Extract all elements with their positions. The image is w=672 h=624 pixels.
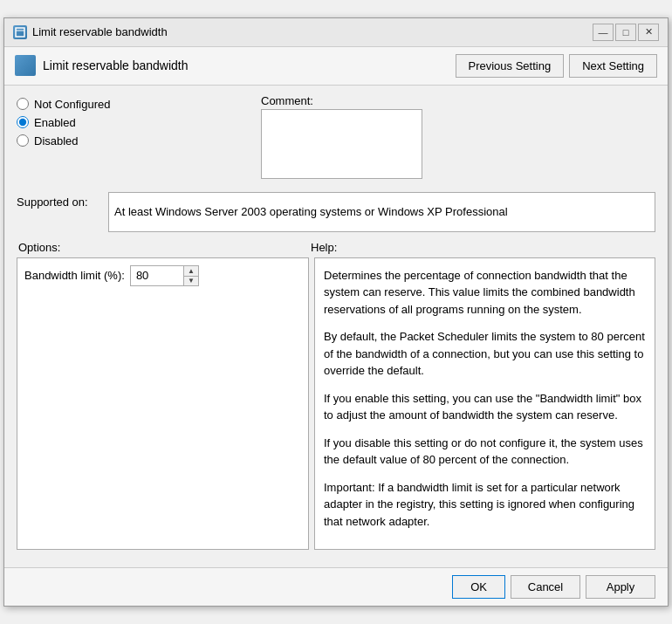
help-paragraph-5: Important: If a bandwidth limit is set f… <box>324 479 646 531</box>
next-setting-button[interactable]: Next Setting <box>569 54 657 78</box>
header-buttons: Previous Setting Next Setting <box>456 54 658 78</box>
header-title: Limit reservable bandwidth <box>43 58 189 72</box>
window-icon <box>13 25 27 39</box>
bandwidth-spinner: ▲ ▼ <box>130 265 199 286</box>
bandwidth-input[interactable] <box>131 266 183 285</box>
content-area: Not Configured Enabled Disabled Comment:… <box>4 86 668 568</box>
ok-button[interactable]: OK <box>452 575 505 599</box>
radio-section: Not Configured Enabled Disabled <box>17 94 139 182</box>
radio-disabled-label: Disabled <box>34 134 79 147</box>
help-paragraph-4: If you disable this setting or do not co… <box>324 435 646 469</box>
spinner-buttons: ▲ ▼ <box>183 266 198 285</box>
help-paragraph-3: If you enable this setting, you can use … <box>324 390 646 424</box>
comment-textarea[interactable] <box>261 109 422 179</box>
minimize-button[interactable]: — <box>593 24 614 41</box>
apply-button[interactable]: Apply <box>586 575 655 599</box>
close-button[interactable]: ✕ <box>638 24 659 41</box>
radio-not-configured-input[interactable] <box>17 98 29 110</box>
svg-rect-0 <box>16 28 24 37</box>
header-bar: Limit reservable bandwidth Previous Sett… <box>4 47 668 86</box>
spinner-up-button[interactable]: ▲ <box>184 266 198 276</box>
window-title: Limit reservable bandwidth <box>32 25 168 38</box>
supported-value: At least Windows Server 2003 operating s… <box>114 205 508 218</box>
maximize-button[interactable]: □ <box>615 24 636 41</box>
help-box: Determines the percentage of connection … <box>314 257 655 551</box>
title-bar-controls: — □ ✕ <box>593 24 659 41</box>
lower-section: Bandwidth limit (%): ▲ ▼ Determines the … <box>17 257 655 551</box>
supported-label: Supported on: <box>17 192 99 209</box>
supported-value-box: At least Windows Server 2003 operating s… <box>108 192 655 232</box>
previous-setting-button[interactable]: Previous Setting <box>456 54 565 78</box>
radio-enabled[interactable]: Enabled <box>17 116 139 129</box>
help-paragraph-1: Determines the percentage of connection … <box>324 267 646 319</box>
bandwidth-row: Bandwidth limit (%): ▲ ▼ <box>24 265 301 286</box>
top-section: Not Configured Enabled Disabled Comment: <box>17 94 655 182</box>
main-window: Limit reservable bandwidth — □ ✕ Limit r… <box>3 17 669 607</box>
header-left: Limit reservable bandwidth <box>15 55 189 76</box>
options-box: Bandwidth limit (%): ▲ ▼ <box>17 257 309 551</box>
title-bar: Limit reservable bandwidth — □ ✕ <box>4 18 668 47</box>
bandwidth-label: Bandwidth limit (%): <box>24 269 125 282</box>
cancel-button[interactable]: Cancel <box>511 575 580 599</box>
comment-section: Comment: <box>261 94 422 182</box>
radio-disabled[interactable]: Disabled <box>17 134 139 147</box>
help-header: Help: <box>311 241 654 254</box>
section-headers: Options: Help: <box>17 241 655 254</box>
radio-enabled-label: Enabled <box>34 116 76 129</box>
footer: OK Cancel Apply <box>4 567 668 606</box>
supported-section: Supported on: At least Windows Server 20… <box>17 189 655 232</box>
help-paragraph-2: By default, the Packet Scheduler limits … <box>324 328 646 380</box>
radio-not-configured[interactable]: Not Configured <box>17 98 139 111</box>
header-icon <box>15 55 36 76</box>
spinner-down-button[interactable]: ▼ <box>184 276 198 285</box>
title-bar-left: Limit reservable bandwidth <box>13 25 168 39</box>
comment-label: Comment: <box>261 94 422 107</box>
radio-not-configured-label: Not Configured <box>34 98 110 111</box>
options-header: Options: <box>18 241 311 254</box>
radio-disabled-input[interactable] <box>17 134 29 147</box>
radio-enabled-input[interactable] <box>17 116 29 128</box>
